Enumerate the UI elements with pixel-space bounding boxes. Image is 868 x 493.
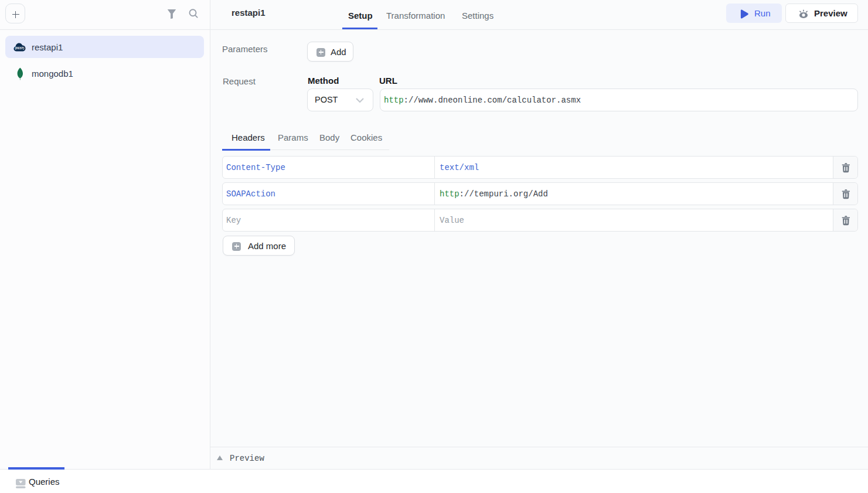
svg-text:{REST}: {REST} bbox=[15, 47, 25, 50]
